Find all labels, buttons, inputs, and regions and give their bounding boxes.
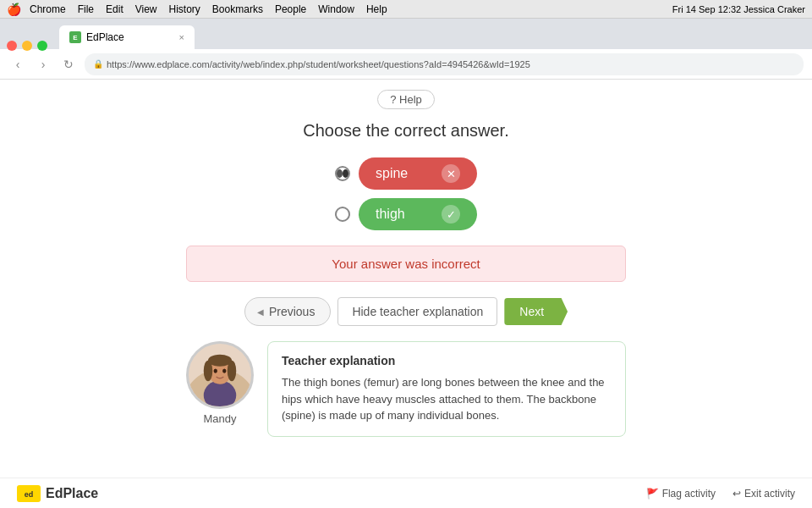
flag-icon: 🚩 [646,488,659,500]
explanation-text: The thigh bones (femur) are long bones b… [282,374,612,424]
menu-file[interactable]: File [78,3,94,15]
teacher-name: Mandy [203,412,236,425]
back-btn[interactable]: ‹ [8,55,27,74]
answer-pill-thigh[interactable]: thigh ✓ [359,198,477,230]
svg-point-5 [204,361,213,382]
answer-pill-spine[interactable]: spine ✕ [359,157,477,190]
menu-window[interactable]: Window [318,3,354,15]
footer-logo: ed EdPlace [17,485,98,502]
tab-favicon: E [69,31,81,43]
apple-menu[interactable]: 🍎 [7,3,21,16]
tab-title: EdPlace [86,31,124,43]
chrome-tab[interactable]: E EdPlace × [59,25,195,49]
incorrect-icon: ✕ [442,164,460,183]
menu-history[interactable]: History [169,3,200,15]
footer-logo-icon: ed [17,485,41,502]
fullscreen-window-btn[interactable] [37,41,47,51]
answer-row-thigh[interactable]: thigh ✓ [335,198,477,230]
flag-activity-label: Flag activity [662,488,716,500]
menu-edit[interactable]: Edit [106,3,123,15]
radio-spine[interactable] [335,166,350,181]
teacher-section: Mandy Teacher explanation The thigh bone… [186,341,626,437]
answer-options: spine ✕ thigh ✓ [335,157,477,230]
menu-help[interactable]: Help [366,3,387,15]
previous-button[interactable]: Previous [244,297,331,326]
hide-explanation-button[interactable]: Hide teacher explanation [337,297,497,326]
menu-view[interactable]: View [135,3,157,15]
menu-items: Chrome File Edit View History Bookmarks … [30,3,387,15]
forward-btn[interactable]: › [34,55,52,74]
minimize-window-btn[interactable] [22,41,32,51]
menubar-right: Fri 14 Sep 12:32 Jessica Craker [672,4,805,14]
footer-logo-text: EdPlace [46,486,98,501]
answer-label-thigh: thigh [376,207,405,222]
address-bar: ‹ › ↻ 🔒 https://www.edplace.com/activity… [0,49,812,80]
svg-point-7 [214,368,217,373]
close-window-btn[interactable] [7,41,17,51]
refresh-btn[interactable]: ↻ [59,55,78,74]
chrome-tabbar: E EdPlace × [0,19,812,49]
question-title: Choose the correct answer. [303,121,508,141]
svg-text:ed: ed [25,490,34,499]
mac-menubar: 🍎 Chrome File Edit View History Bookmark… [0,0,812,19]
exit-activity-link[interactable]: ↩ Exit activity [732,488,795,500]
address-input[interactable]: 🔒 https://www.edplace.com/activity/web/i… [85,53,804,75]
nav-buttons: Previous Hide teacher explanation Next [244,297,568,326]
url-text: https://www.edplace.com/activity/web/ind… [107,59,530,69]
traffic-lights[interactable] [7,41,47,51]
menu-people[interactable]: People [275,3,306,15]
flag-activity-link[interactable]: 🚩 Flag activity [646,488,716,500]
lock-icon: 🔒 [93,59,103,69]
teacher-avatar-wrap: Mandy [186,341,254,425]
menu-bookmarks[interactable]: Bookmarks [212,3,263,15]
answer-label-spine: spine [376,166,408,181]
correct-icon: ✓ [442,205,460,224]
footer-actions: 🚩 Flag activity ↩ Exit activity [646,488,795,500]
radio-thigh[interactable] [335,207,350,222]
svg-point-6 [228,361,237,382]
explanation-box: Teacher explanation The thigh bones (fem… [267,341,626,437]
exit-activity-label: Exit activity [744,488,795,500]
exit-icon: ↩ [732,488,741,500]
menu-chrome[interactable]: Chrome [30,3,66,15]
page-content: ? Help Choose the correct answer. spine … [0,80,812,508]
tab-close-btn[interactable]: × [179,32,184,42]
help-button[interactable]: ? Help [377,90,435,109]
teacher-avatar [186,341,254,409]
answer-row-spine[interactable]: spine ✕ [335,157,477,190]
feedback-box: Your answer was incorrect [186,246,626,282]
footer: ed EdPlace 🚩 Flag activity ↩ Exit activi… [0,478,812,508]
explanation-title: Teacher explanation [282,354,612,367]
next-button[interactable]: Next [504,298,568,325]
svg-point-8 [222,368,226,373]
